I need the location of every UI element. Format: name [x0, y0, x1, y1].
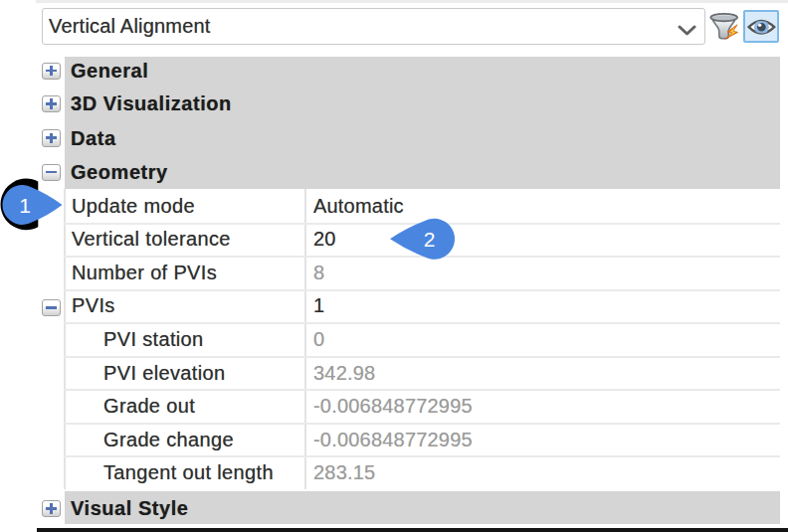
svg-text:1: 1 — [19, 194, 31, 217]
svg-text:2: 2 — [424, 228, 436, 251]
